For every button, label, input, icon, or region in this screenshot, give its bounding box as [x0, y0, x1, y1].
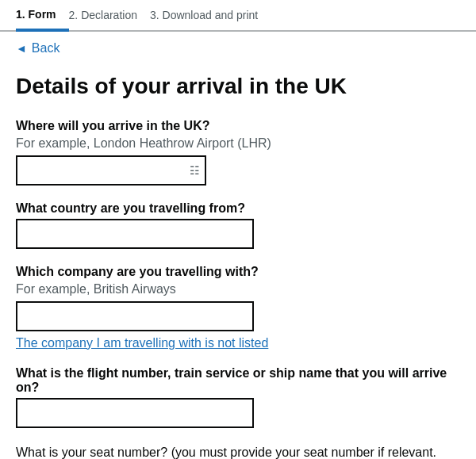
company-label: Which company are you travelling with? [16, 265, 460, 279]
company-input[interactable] [16, 301, 254, 331]
arrival-input[interactable] [16, 155, 206, 186]
back-arrow-icon: ◄ [16, 42, 27, 55]
flight-label: What is the flight number, train service… [16, 366, 460, 395]
step-form[interactable]: 1. Form [16, 0, 69, 32]
seat-group: What is your seat number? (you must prov… [16, 444, 460, 459]
country-group: What country are you travelling from? [16, 201, 460, 249]
company-hint: For example, British Airways [16, 282, 460, 296]
country-label: What country are you travelling from? [16, 201, 460, 216]
flight-input[interactable] [16, 398, 254, 428]
main-content: Details of your arrival in the UK Where … [0, 65, 476, 459]
back-link[interactable]: ◄ Back [0, 32, 476, 65]
step-declaration[interactable]: 2. Declaration [69, 1, 150, 29]
arrival-input-wrapper: ☷ [16, 155, 206, 186]
seat-label: What is your seat number? (you must prov… [16, 444, 460, 459]
country-input[interactable] [16, 219, 254, 249]
arrival-group: Where will you arrive in the UK? For exa… [16, 119, 460, 186]
arrival-hint: For example, London Heathrow Airport (LH… [16, 136, 460, 151]
page-title: Details of your arrival in the UK [16, 73, 460, 100]
stepper: 1. Form 2. Declaration 3. Download and p… [0, 0, 476, 32]
back-label: Back [32, 41, 60, 55]
arrival-label: Where will you arrive in the UK? [16, 119, 460, 133]
company-group: Which company are you travelling with? F… [16, 265, 460, 350]
flight-group: What is the flight number, train service… [16, 366, 460, 428]
company-not-listed-link[interactable]: The company I am travelling with is not … [16, 336, 268, 350]
step-download[interactable]: 3. Download and print [150, 1, 271, 29]
